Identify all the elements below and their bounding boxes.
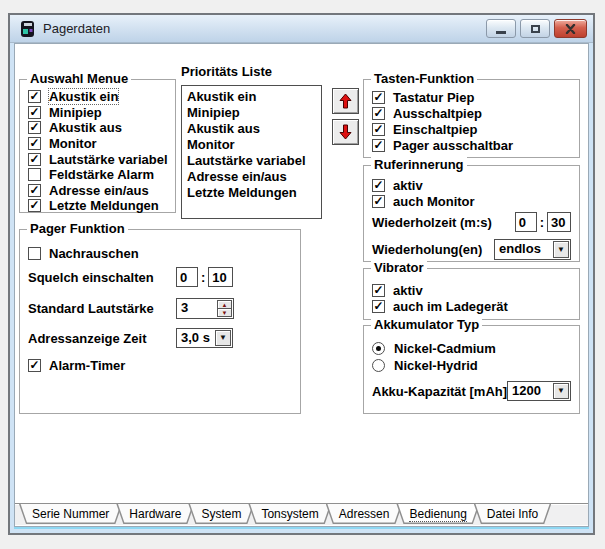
- pagerdaten-window: Pagerdaten Auswahl Menue ✓ Akustik ein: [8, 13, 595, 535]
- check-icon: ✓: [373, 107, 383, 119]
- checkbox-lautstaerke-variabel[interactable]: ✓ Lautstärke variabel: [20, 151, 175, 167]
- checkbox-auch-monitor[interactable]: ✓ auch Monitor: [364, 193, 579, 209]
- radio-nickel-cadmium[interactable]: Nickel-Cadmium: [364, 340, 579, 357]
- checkbox-akustik-aus[interactable]: ✓ Akustik aus: [20, 120, 175, 136]
- group-akkumulator-typ: Akkumulator Typ Nickel-Cadmium Nickel-Hy…: [363, 325, 580, 414]
- check-icon: ✓: [373, 179, 383, 191]
- check-icon: ✓: [373, 284, 383, 296]
- dropdown-arrow-icon[interactable]: ▼: [553, 383, 569, 399]
- checkbox-ruferinnerung-aktiv[interactable]: ✓ aktiv: [364, 177, 579, 193]
- checkbox-ausschaltpiep[interactable]: ✓ Ausschaltpiep: [364, 105, 579, 121]
- list-item[interactable]: Adresse ein/aus: [187, 169, 316, 185]
- stepper-buttons: ▲ ▼: [217, 300, 232, 317]
- checkbox-minipiep[interactable]: ✓ Minipiep: [20, 105, 175, 121]
- check-icon: ✓: [373, 300, 383, 312]
- checkbox-box: ✓: [28, 137, 41, 150]
- window-frame-highlight: [14, 527, 589, 529]
- list-item[interactable]: Lautstärke variabel: [187, 153, 316, 169]
- checkbox-feldstaerke-alarm[interactable]: ✓ Feldstärke Alarm: [20, 167, 175, 183]
- checkbox-box: ✓: [28, 184, 41, 197]
- tab-serie-nummer[interactable]: Serie Nummer: [19, 504, 122, 524]
- checkbox-nachrauschen[interactable]: ✓ Nachrauschen: [20, 246, 139, 261]
- checkbox-box: ✓: [28, 247, 41, 260]
- checkbox-letzte-meldungen[interactable]: ✓ Letzte Meldungen: [20, 198, 175, 214]
- checkbox-alarm-timer[interactable]: ✓ Alarm-Timer: [20, 358, 125, 373]
- tab-label: Hardware: [129, 507, 181, 521]
- tab-tonsystem[interactable]: Tonsystem: [248, 504, 331, 524]
- checkbox-tastatur-piep[interactable]: ✓ Tastatur Piep: [364, 89, 579, 105]
- checkbox-label: Akustik ein: [49, 89, 118, 104]
- checkbox-auch-im-ladegeraet[interactable]: ✓ auch im Ladegerät: [364, 298, 579, 314]
- arrow-glyph: ▼: [219, 334, 227, 342]
- checkbox-label: auch im Ladegerät: [393, 299, 508, 314]
- squelch-minutes-input[interactable]: 0: [176, 267, 198, 287]
- akku-kapazitaet-select[interactable]: 1200 ▼: [507, 381, 571, 401]
- tab-datei-info[interactable]: Datei Info: [474, 504, 551, 524]
- check-icon: ✓: [29, 199, 39, 211]
- adresszeit-select[interactable]: 3,0 s ▼: [176, 328, 233, 348]
- list-item[interactable]: Minipiep: [187, 105, 316, 121]
- prioritaets-listbox[interactable]: Akustik ein Minipiep Akustik aus Monitor…: [181, 85, 322, 219]
- group-tasten-funktion: Tasten-Funktion ✓ Tastatur Piep ✓ Aussch…: [363, 79, 580, 158]
- wiederholzeit-seconds-input[interactable]: 30: [547, 212, 571, 232]
- down-arrow-icon: [338, 124, 353, 140]
- checkbox-label: Lautstärke variabel: [49, 152, 168, 167]
- lautstaerke-stepper[interactable]: 3 ▲ ▼: [176, 298, 234, 319]
- list-item[interactable]: Akustik ein: [187, 89, 316, 105]
- adresszeit-label: Adressanzeige Zeit: [28, 331, 147, 346]
- list-item[interactable]: Letzte Meldungen: [187, 185, 316, 201]
- group-title: Vibrator: [371, 260, 427, 275]
- priority-down-button[interactable]: [332, 119, 359, 145]
- priority-up-button[interactable]: [332, 88, 359, 114]
- tab-system[interactable]: System: [188, 504, 254, 524]
- checkbox-label: Tastatur Piep: [393, 90, 474, 105]
- up-glyph: ▲: [222, 302, 228, 308]
- tab-hardware[interactable]: Hardware: [116, 504, 194, 524]
- checkbox-akustik-ein[interactable]: ✓ Akustik ein: [20, 89, 175, 105]
- checkbox-einschaltpiep[interactable]: ✓ Einschaltpiep: [364, 121, 579, 137]
- check-icon: ✓: [29, 153, 39, 165]
- radio-nickel-hydrid[interactable]: Nickel-Hydrid: [364, 357, 579, 374]
- close-button[interactable]: [554, 19, 587, 38]
- maximize-button[interactable]: [520, 19, 550, 38]
- checkbox-box: ✓: [372, 139, 385, 152]
- checkbox-vibrator-aktiv[interactable]: ✓ aktiv: [364, 282, 579, 298]
- time-separator: :: [537, 215, 547, 230]
- checkbox-box: ✓: [372, 107, 385, 120]
- dialog-client-area: Auswahl Menue ✓ Akustik ein ✓ Minipiep ✓…: [14, 43, 589, 527]
- tab-adressen[interactable]: Adressen: [326, 504, 403, 524]
- wiederholzeit-minutes-input[interactable]: 0: [515, 212, 537, 232]
- squelch-seconds-input[interactable]: 10: [208, 267, 233, 287]
- check-icon: ✓: [29, 106, 39, 118]
- dropdown-arrow-icon[interactable]: ▼: [553, 241, 569, 258]
- minutes-value: 0: [180, 270, 187, 285]
- checkbox-label: Alarm-Timer: [49, 358, 125, 373]
- dropdown-arrow-icon[interactable]: ▼: [215, 330, 231, 346]
- group-title: Auswahl Menue: [27, 71, 131, 86]
- tab-bedienung[interactable]: Bedienung: [396, 504, 479, 524]
- squelch-label: Squelch einschalten: [28, 270, 154, 285]
- group-title: Akkumulator Typ: [371, 317, 482, 332]
- checkbox-label: Ausschaltpiep: [393, 106, 482, 121]
- wiederholungen-label: Wiederholung(en): [372, 242, 482, 257]
- radio-label: Nickel-Hydrid: [394, 358, 478, 373]
- up-arrow-icon: [338, 93, 353, 109]
- checkbox-adresse-ein-aus[interactable]: ✓ Adresse ein/aus: [20, 183, 175, 199]
- check-icon: ✓: [373, 91, 383, 103]
- close-icon: [565, 24, 576, 34]
- tab-label: Adressen: [339, 507, 390, 521]
- checkbox-pager-ausschaltbar[interactable]: ✓ Pager ausschaltbar: [364, 137, 579, 153]
- list-item[interactable]: Akustik aus: [187, 121, 316, 137]
- seconds-value: 10: [212, 270, 226, 285]
- arrow-glyph: ▼: [557, 387, 565, 395]
- tab-label: Tonsystem: [261, 507, 318, 521]
- akku-kapazitaet-label: Akku-Kapazität [mAh]: [372, 384, 507, 399]
- checkbox-monitor[interactable]: ✓ Monitor: [20, 136, 175, 152]
- minimize-button[interactable]: [486, 19, 516, 38]
- titlebar[interactable]: Pagerdaten: [10, 15, 593, 43]
- tab-label: Serie Nummer: [32, 507, 109, 521]
- list-item[interactable]: Monitor: [187, 137, 316, 153]
- spin-down-icon[interactable]: ▼: [217, 308, 232, 317]
- wiederholungen-select[interactable]: endlos ▼: [494, 239, 571, 260]
- radio-dot-icon: [376, 346, 381, 351]
